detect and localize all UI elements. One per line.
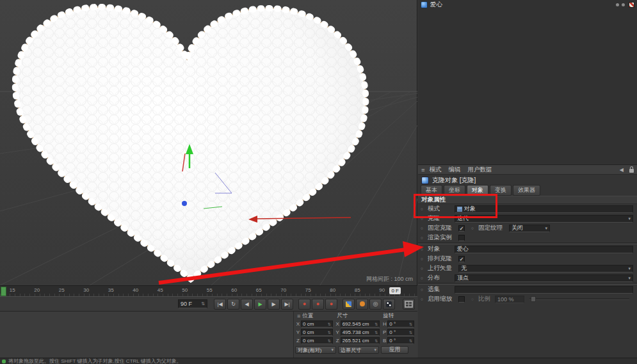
rot-p-value: 0 °: [389, 329, 396, 335]
render-visibility-dot[interactable]: [622, 3, 625, 6]
size-x-field[interactable]: 692.545 cm⇅: [341, 320, 380, 328]
frame-range-field[interactable]: 90 F ⇅: [178, 299, 207, 308]
spinner-icon[interactable]: ⇅: [375, 338, 378, 343]
coord-mode-dropdown[interactable]: 对象(相对)▾: [295, 346, 336, 354]
timeline-playhead[interactable]: [1, 287, 6, 296]
mode-dropdown[interactable]: 对象: [455, 205, 633, 213]
up-vector-dropdown[interactable]: 无 ▾: [458, 265, 633, 273]
rot-b-field[interactable]: 0 °⇅: [387, 337, 414, 344]
key-lock-button[interactable]: [356, 299, 368, 310]
anim-dot[interactable]: ○: [421, 226, 428, 230]
anim-dot[interactable]: ○: [421, 235, 428, 240]
spinner-icon[interactable]: ⇅: [328, 322, 331, 326]
pos-y-value: 0 cm: [303, 329, 314, 335]
ruler-tick: 25: [49, 286, 74, 293]
rot-h-value: 0 °: [389, 321, 396, 327]
keyframe-position-button[interactable]: [343, 299, 355, 310]
am-menu-icon[interactable]: ≡: [421, 166, 425, 173]
history-back-icon[interactable]: ◀: [620, 167, 624, 173]
spinner-icon[interactable]: ⇅: [409, 330, 412, 335]
slider-handle[interactable]: [531, 296, 536, 302]
spinner-icon[interactable]: ⇅: [409, 338, 412, 343]
goto-end-button[interactable]: ▶|: [281, 299, 293, 310]
up-vector-value: 无: [461, 264, 467, 273]
pos-x-value: 0 cm: [303, 321, 314, 327]
spinner-icon[interactable]: ⇅: [375, 330, 378, 335]
goto-start-button[interactable]: |◀: [214, 299, 226, 310]
spinner-icon[interactable]: ⇅: [375, 322, 378, 326]
spreadsheet-button[interactable]: [403, 299, 415, 310]
enable-scale-label: 启用缩放: [428, 295, 458, 303]
object-manager[interactable]: 爱心: [418, 0, 637, 165]
spinner-icon[interactable]: ⇅: [201, 301, 205, 306]
anim-dot[interactable]: ○: [421, 257, 428, 261]
step-forward-button[interactable]: ▶: [268, 299, 280, 310]
selection-field[interactable]: [455, 286, 633, 294]
fix-texture-dropdown[interactable]: 关闭 ▾: [509, 225, 550, 232]
rot-p-field[interactable]: 0 °⇅: [387, 329, 414, 336]
object-link-field[interactable]: 爱心: [455, 246, 633, 253]
tab-transform[interactable]: 变换: [490, 185, 512, 196]
fix-clone-checkbox[interactable]: ✓: [458, 225, 465, 232]
object-row-heart[interactable]: 爱心: [418, 0, 637, 10]
anim-dot[interactable]: ○: [421, 207, 428, 211]
menu-userdata[interactable]: 用户数据: [468, 166, 492, 174]
anim-dot[interactable]: ○: [421, 276, 428, 280]
loop-button[interactable]: ↻: [227, 299, 239, 310]
enable-scale-checkbox[interactable]: [458, 296, 465, 303]
grid-spacing-label: 网格间距 : 100 cm: [366, 275, 413, 283]
section-object-properties[interactable]: 对象属性: [418, 196, 637, 204]
tab-object[interactable]: 对象: [467, 185, 488, 196]
ruler-tick: 80: [321, 286, 346, 293]
menu-edit[interactable]: 编辑: [449, 166, 461, 174]
clones-dropdown[interactable]: 迭代 ▾: [455, 215, 633, 223]
align-clone-checkbox[interactable]: ✓: [458, 256, 465, 262]
scale-slider[interactable]: [529, 298, 629, 300]
anim-dot[interactable]: ○: [421, 266, 428, 271]
anim-dot[interactable]: ○: [471, 297, 478, 301]
viewport-3d[interactable]: 网格间距 : 100 cm: [0, 0, 417, 285]
coordinate-header: ≡ 位置 尺寸 旋转: [295, 312, 416, 320]
pos-z-field[interactable]: 0 cm⇅: [301, 337, 333, 344]
anim-dot[interactable]: ○: [421, 247, 428, 251]
autokey-button[interactable]: ●: [312, 299, 324, 310]
play-button[interactable]: ▶: [254, 299, 266, 310]
record-keyframe-button[interactable]: ●: [298, 299, 310, 310]
lock-icon[interactable]: [629, 169, 634, 173]
spinner-icon[interactable]: ⇅: [328, 330, 331, 335]
random-seed-button[interactable]: [383, 299, 395, 310]
align-clone-label: 排列克隆: [428, 255, 458, 263]
record-options-button[interactable]: ●: [325, 299, 337, 310]
rot-h-field[interactable]: 0 °⇅: [387, 320, 414, 328]
step-back-button[interactable]: ◀: [241, 299, 253, 310]
scale-field[interactable]: 100 %: [495, 296, 524, 303]
row-distribution: ○ 分布 顶点 ▾: [418, 273, 637, 283]
object-name: 爱心: [430, 1, 442, 9]
spinner-icon[interactable]: ⇅: [409, 322, 412, 326]
tab-effectors[interactable]: 效果器: [513, 185, 540, 196]
spinner-icon[interactable]: ⇅: [328, 338, 331, 343]
size-y-field[interactable]: 495.738 cm⇅: [341, 329, 380, 336]
distribution-dropdown[interactable]: 顶点 ▾: [455, 274, 633, 282]
size-z-field[interactable]: 265.521 cm⇅: [341, 337, 380, 344]
tab-basic[interactable]: 基本: [421, 185, 442, 196]
menu-mode[interactable]: 模式: [430, 166, 442, 174]
pos-y-field[interactable]: 0 cm⇅: [301, 329, 333, 336]
anim-dot[interactable]: ○: [471, 226, 478, 230]
record-icon: ●: [303, 301, 306, 307]
anim-dot[interactable]: ○: [421, 287, 428, 292]
rot-p-label: P: [382, 329, 387, 335]
apply-button[interactable]: 应用: [381, 346, 408, 354]
snap-target-button[interactable]: ◎: [369, 299, 382, 310]
pos-x-field[interactable]: 0 cm⇅: [301, 320, 333, 328]
timeline-ruler[interactable]: 15 20 25 30 35 40 45 50 55 60 65 70 75 8…: [0, 285, 417, 296]
render-instance-checkbox[interactable]: [458, 235, 465, 241]
anim-dot[interactable]: ○: [421, 297, 428, 301]
chevron-down-icon: ▾: [545, 226, 547, 231]
editor-visibility-dot[interactable]: [616, 3, 619, 6]
texture-tag-icon[interactable]: [629, 2, 634, 8]
tab-coordinates[interactable]: 坐标: [444, 185, 465, 196]
anim-dot[interactable]: ○: [421, 216, 428, 221]
size-mode-dropdown[interactable]: 边界尺寸▾: [338, 346, 379, 354]
coord-menu-icon[interactable]: ≡: [297, 313, 300, 319]
